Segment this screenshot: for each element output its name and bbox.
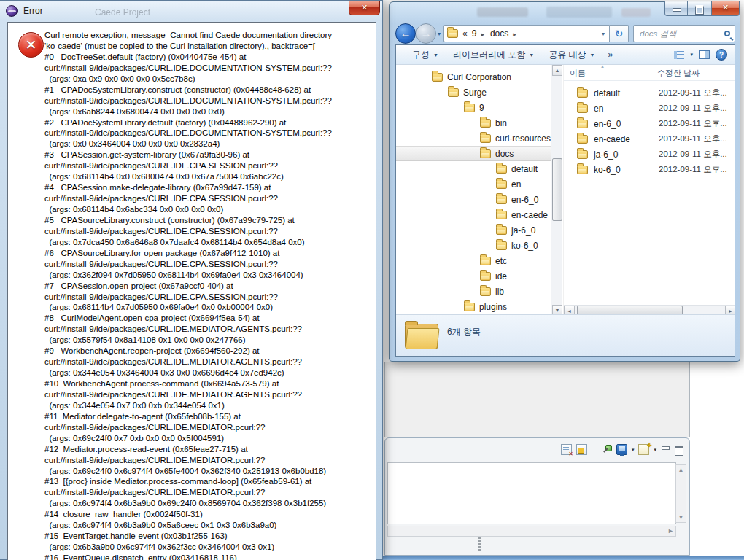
file-name: en-6_0 [594,119,621,129]
dialog-title-bar[interactable]: Error Caede Project [0,1,382,21]
tree-item[interactable]: bin [396,115,562,131]
file-row[interactable]: default 2012-09-11 오후... [564,85,735,101]
chevron-down-icon[interactable]: ▾ [690,52,693,58]
toolbar-button[interactable]: 라이브러리에 포함 ▼ [446,45,541,64]
explorer-window: ✕ ← → ▾ « 9docs ▾ ↻ [389,1,740,362]
refresh-button[interactable]: ↻ [610,25,629,42]
tree-item-label: ko-6_0 [511,241,538,251]
console-vertical-scrollbar[interactable]: ▲ ▼ [675,464,686,523]
backtrace-line: (args: 0x68114b4 0x7d05950 0x69fa0e4 0x0… [44,302,375,313]
backtrace-line: #2 CPADocSystemLibrary.default (factory)… [44,117,375,128]
breadcrumb-item[interactable]: docs [489,28,518,39]
file-row[interactable]: en 2012-09-11 오후... [564,101,735,116]
recent-pages-dropdown[interactable]: ▾ [438,31,441,37]
chevron-down-icon[interactable]: ▾ [632,447,635,452]
minimize-button[interactable] [664,1,688,16]
tree-item[interactable]: ko-6_0 [396,238,562,253]
help-icon[interactable]: ? [716,49,727,61]
tree-item-label: docs [495,149,514,159]
address-dropdown-icon[interactable]: ▾ [602,31,606,37]
file-row[interactable]: ko-6_0 2012-09-11 오후... [564,162,735,177]
backtrace-line: (args: 0x6b3a9b0 0x6c974f4 0x362f3cc 0x3… [44,542,375,553]
maximize-view-icon[interactable] [674,446,683,454]
scrollbar-thumb[interactable] [552,158,562,221]
tree-item[interactable]: ide [396,268,562,284]
command-bar: 구성 ▼ 라이브러리에 포함 ▼ 공유 대상 ▼ » [396,45,735,65]
backtrace-line: curl://install-9/ide/packages/CURL.IDE.C… [44,193,375,204]
toolbar-button[interactable]: 구성 ▼ [405,45,446,64]
scroll-down-icon[interactable]: ▼ [676,513,686,522]
tree-item[interactable]: docs [396,146,562,161]
dialog-close-button[interactable]: ✕ [349,1,380,15]
tree-item[interactable]: en-caede [396,207,562,222]
eclipse-console-panel: ▾ ▾ ▲ ▼ ► [384,438,690,556]
tree-item[interactable]: 9 [396,100,562,115]
change-view-icon[interactable] [674,51,684,59]
close-button[interactable]: ✕ [711,1,740,16]
tree-item[interactable]: default [396,161,562,176]
tree-item[interactable]: lib [396,284,562,299]
tree-item[interactable]: en-6_0 [396,192,562,207]
tree-item-label: plugins [479,302,507,312]
tree-vertical-scrollbar[interactable]: ▲ ▼ [551,65,562,316]
tree-item[interactable]: curl-resources [396,131,562,146]
backtrace-line: (args: 0x362f094 0x7d05950 0x68114b4 0x6… [44,270,375,281]
tree-item[interactable]: ja-6_0 [396,222,562,238]
address-bar[interactable]: « 9docs ▾ [443,25,610,42]
back-button[interactable]: ← [395,23,416,44]
breadcrumb: « 9docs [462,28,518,39]
folder-icon [496,226,507,235]
backtrace-line: (args: 0x68114b4 0x0 0x6800474 0x0 0x67a… [44,171,375,182]
search-input[interactable] [638,28,724,39]
file-row[interactable]: en-caede 2012-09-11 오후... [564,131,735,147]
pin-console-icon[interactable] [601,444,612,455]
clear-console-icon[interactable] [561,444,572,455]
display-console-icon[interactable] [616,444,627,455]
maximize-button[interactable] [688,1,711,16]
sash-grip[interactable] [478,537,481,551]
console-horizontal-scrollbar[interactable]: ► [387,526,676,537]
tree-item[interactable]: etc [396,253,562,268]
sort-ascending-icon: ▲ [600,65,605,69]
backtrace-line: (args: 0x0 0x3464004 0x0 0x0 0x0 0x2832a… [44,139,375,149]
file-date-modified: 2012-09-11 오후... [659,118,727,129]
column-headers: ▲ 이름수정한 날짜 [564,65,735,81]
console-output[interactable] [387,462,676,524]
file-date-modified: 2012-09-11 오후... [659,164,727,175]
tree-item-label: Surge [463,88,487,98]
breadcrumb-item[interactable]: 9 [470,28,486,39]
backtrace-line: curl://install-9/ide/packages/CURL.IDE.C… [44,160,375,171]
scroll-up-icon[interactable]: ▲ [676,465,686,475]
file-list-pane: ▲ 이름수정한 날짜 default 2012-09-11 오후... [563,65,735,316]
scroll-right-icon[interactable]: ► [667,527,674,534]
file-row[interactable]: en-6_0 2012-09-11 오후... [564,116,735,131]
tree-item[interactable]: Curl Corporation [396,69,562,85]
file-name: en-caede [594,134,630,144]
back-icon: ← [400,27,411,39]
forward-button[interactable]: → [416,23,436,44]
breadcrumb-chevrons[interactable]: « [462,28,468,39]
scroll-lock-icon[interactable] [576,444,587,455]
tree-item-label: 9 [479,103,484,113]
folder-icon [480,272,491,281]
folder-icon [448,88,459,97]
toolbar-overflow-button[interactable]: » [602,50,619,60]
folder-icon [480,287,491,296]
file-date-modified: 2012-09-11 오후... [659,88,727,98]
minimize-view-icon[interactable] [661,446,670,454]
file-row[interactable]: ja-6_0 2012-09-11 오후... [564,147,735,162]
toolbar-button[interactable]: 공유 대상 ▼ [541,45,602,64]
scroll-up-icon[interactable]: ▲ [552,65,562,76]
tree-item[interactable]: en [396,176,562,192]
eclipse-window-bottom-edge [379,556,744,560]
tree-item[interactable]: Surge [396,85,562,100]
chevron-down-icon[interactable]: ▾ [654,447,656,452]
error-dialog: Error Caede Project ✕ ✕ Curl remote exce… [0,0,383,560]
backtrace-line: (args: 0x6c974f4 0x6b3a9b0 0x69c24f0 0x8… [44,498,375,509]
column-header[interactable]: 이름 [564,65,651,80]
tree-item[interactable]: plugins [396,299,562,314]
column-header[interactable]: 수정한 날짜 [651,65,735,80]
open-console-icon[interactable] [638,444,649,455]
preview-pane-icon[interactable] [699,50,710,59]
close-icon: ✕ [712,3,739,12]
